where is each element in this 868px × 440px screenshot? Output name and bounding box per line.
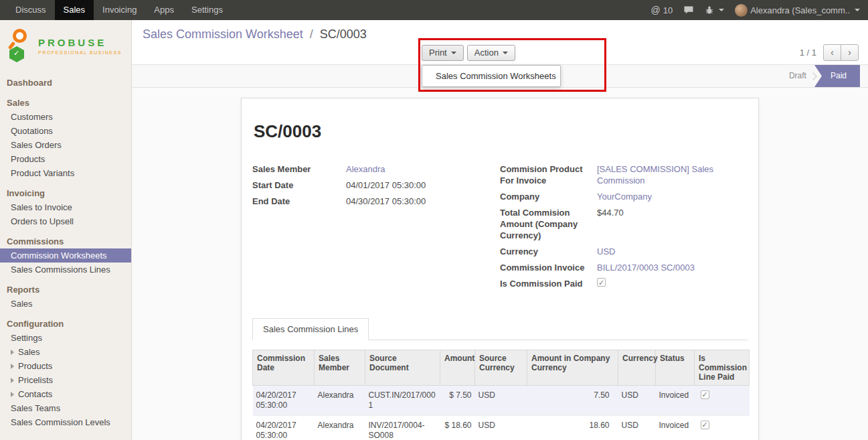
menu-discuss[interactable]: Discuss: [7, 0, 55, 20]
pager-buttons: ‹ ›: [823, 44, 859, 61]
field-is-commission-paid: Is Commission Paid: [500, 278, 741, 289]
column-source-currency[interactable]: Source Currency: [475, 350, 527, 386]
sidebar-section-dashboard[interactable]: Dashboard: [0, 76, 131, 90]
sidebar-item-commission-worksheets[interactable]: Commission Worksheets: [0, 248, 131, 263]
messages-button[interactable]: [683, 5, 694, 15]
line-paid-checkbox[interactable]: [701, 390, 709, 399]
pager-previous-button[interactable]: ‹: [823, 44, 841, 61]
field-value-link[interactable]: BILL/2017/0003 SC/0003: [597, 262, 741, 273]
debug-menu-button[interactable]: [705, 5, 724, 15]
breadcrumb: Sales Commission Worksheet / SC/0003: [143, 27, 367, 42]
field-company: Company YourCompany: [500, 191, 741, 202]
sidebar-item-product-variants[interactable]: Product Variants: [0, 166, 131, 180]
sidebar-item-customers[interactable]: Customers: [0, 110, 131, 124]
column-currency[interactable]: Currency: [618, 350, 656, 386]
cell-sales-member: Alexandra: [315, 416, 365, 440]
record-title: SC/0003: [254, 121, 748, 142]
systray: @ 10 Alexandra (Sales_comm..: [650, 0, 868, 20]
column-status[interactable]: Status: [656, 350, 695, 386]
sidebar-item-orders-to-upsell[interactable]: Orders to Upsell: [0, 214, 131, 228]
table-row[interactable]: 04/20/2017 05:30:00 Alexandra CUST.IN/20…: [253, 386, 750, 416]
probuse-logo-text: PROBUSE PROFESSIONAL BUSINESS: [38, 37, 122, 55]
sidebar-section-sales[interactable]: Sales: [0, 96, 131, 110]
column-commission-date[interactable]: Commission Date: [253, 350, 315, 386]
sidebar-item-label: Sales to Invoice: [11, 202, 72, 212]
menu-apps[interactable]: Apps: [145, 0, 183, 20]
field-label: Commission Invoice: [500, 262, 597, 273]
print-button[interactable]: Print: [422, 45, 464, 61]
column-sales-member[interactable]: Sales Member: [315, 350, 365, 386]
print-menu-item-sales-commission-worksheets[interactable]: Sales Commission Worksheets: [422, 68, 560, 84]
field-value-link[interactable]: USD: [597, 246, 741, 257]
mentions-button[interactable]: @ 10: [650, 5, 673, 15]
menu-settings[interactable]: Settings: [183, 0, 232, 20]
field-label: Currency: [500, 246, 597, 257]
commission-lines-table: Commission Date Sales Member Source Docu…: [252, 350, 750, 440]
sidebar-item-config-sales[interactable]: Sales: [0, 345, 131, 359]
sidebar-nav: Dashboard Sales Customers Quotations Sal…: [0, 76, 131, 429]
sidebar-item-label: Sales Teams: [11, 403, 60, 413]
sidebar-item-settings[interactable]: Settings: [0, 331, 131, 345]
column-amount-company-currency[interactable]: Amount in Company Currency: [527, 350, 618, 386]
column-line-paid[interactable]: Is Commission Line Paid: [695, 350, 750, 386]
sidebar-item-sales-to-invoice[interactable]: Sales to Invoice: [0, 200, 131, 214]
cell-currency: USD: [618, 386, 656, 416]
column-source-document[interactable]: Source Document: [365, 350, 440, 386]
status-paid[interactable]: Paid: [814, 65, 860, 87]
sidebar-item-products[interactable]: Products: [0, 152, 131, 166]
pager-next-button[interactable]: ›: [841, 44, 859, 61]
sidebar-item-label: Sales Orders: [11, 140, 62, 150]
probuse-logo: PROBUSE PROFESSIONAL BUSINESS: [0, 20, 131, 70]
tab-sales-commission-lines[interactable]: Sales Commission Lines: [252, 318, 369, 340]
menu-invoicing[interactable]: Invoicing: [94, 0, 145, 20]
user-menu[interactable]: Alexandra (Sales_comm..: [735, 4, 860, 17]
sidebar-item-quotations[interactable]: Quotations: [0, 124, 131, 138]
breadcrumb-current: SC/0003: [320, 27, 367, 41]
expand-arrow-icon: [11, 378, 14, 383]
notebook-tabs: Sales Commission Lines: [252, 318, 748, 340]
field-label: Is Commission Paid: [500, 278, 597, 289]
cell-line-paid: [695, 386, 750, 416]
sidebar-item-sales-commissions-lines[interactable]: Sales Commissions Lines: [0, 263, 131, 277]
breadcrumb-parent-link[interactable]: Sales Commission Worksheet: [143, 27, 303, 41]
cell-commission-date: 04/20/2017 05:30:00: [253, 416, 315, 440]
line-paid-checkbox[interactable]: [701, 421, 709, 429]
sidebar-item-config-pricelists[interactable]: Pricelists: [0, 373, 131, 387]
is-commission-paid-checkbox[interactable]: [597, 278, 606, 287]
table-header-row: Commission Date Sales Member Source Docu…: [253, 350, 750, 386]
sidebar-section-reports[interactable]: Reports: [0, 283, 131, 297]
sidebar-section-invoicing[interactable]: Invoicing: [0, 186, 131, 200]
sidebar-item-label: Commission Worksheets: [11, 250, 107, 261]
print-dropdown-menu: Sales Commission Worksheets: [422, 65, 561, 87]
cell-amount: $ 18.60: [440, 416, 475, 440]
sidebar-item-config-contacts[interactable]: Contacts: [0, 387, 131, 401]
table-row[interactable]: 04/20/2017 05:30:00 Alexandra INV/2017/0…: [253, 416, 750, 440]
hexagon-check-icon: [9, 46, 24, 62]
sidebar-item-sales-commission-levels[interactable]: Sales Commission Levels: [0, 415, 131, 429]
sidebar-item-config-products[interactable]: Products: [0, 359, 131, 373]
field-value-link[interactable]: YourCompany: [597, 191, 741, 202]
main-content: Sales Commission Worksheet / SC/0003 Pri…: [132, 20, 868, 440]
sidebar-item-reports-sales[interactable]: Sales: [0, 297, 131, 311]
sidebar-section-configuration[interactable]: Configuration: [0, 317, 131, 331]
cell-sales-member: Alexandra: [315, 386, 365, 416]
action-button[interactable]: Action: [467, 45, 515, 61]
sidebar-section-commissions[interactable]: Commissions: [0, 234, 131, 248]
field-label: Company: [500, 191, 597, 202]
caret-down-icon: [719, 9, 724, 11]
sidebar-item-label: Products: [18, 361, 52, 371]
field-currency: Currency USD: [500, 246, 741, 257]
column-amount[interactable]: Amount: [440, 350, 475, 386]
field-value-link[interactable]: Alexandra: [346, 163, 493, 175]
sidebar-item-sales-teams[interactable]: Sales Teams: [0, 401, 131, 415]
left-field-group: Sales Member Alexandra Start Date 04/01/…: [252, 163, 500, 294]
bug-icon: [705, 5, 714, 15]
sidebar-item-sales-orders[interactable]: Sales Orders: [0, 138, 131, 152]
menu-sales[interactable]: Sales: [55, 0, 94, 20]
sidebar-item-label: Orders to Upsell: [11, 216, 74, 226]
field-value-link[interactable]: [SALES COMMISSION] Sales Commission: [597, 163, 741, 186]
field-value: 04/01/2017 05:30:00: [346, 179, 493, 191]
cell-amount: $ 7.50: [440, 386, 475, 416]
mention-count: 10: [663, 5, 673, 15]
sidebar-item-label: Sales: [18, 347, 40, 357]
